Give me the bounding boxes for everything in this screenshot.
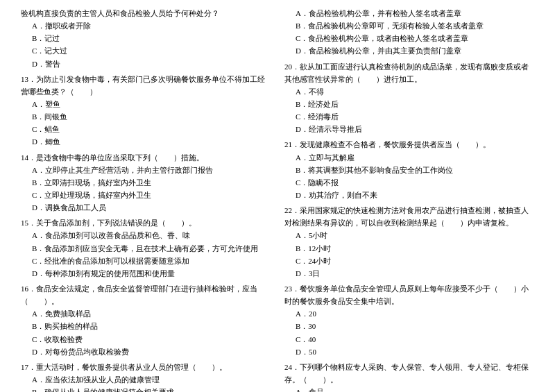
option: A．5小时 [284, 229, 534, 241]
option: A．免费抽取样品 [21, 307, 271, 320]
option: C．隐瞒不报 [284, 176, 534, 189]
option: A．不得 [284, 85, 534, 98]
question-22-text: 22．采用国家规定的快速检测方法对食用农产品进行抽查检测，被抽查人对检测结果有异… [284, 204, 534, 229]
option: A．撤职或者开除 [21, 19, 271, 32]
question-22: 22．采用国家规定的快速检测方法对食用农产品进行抽查检测，被抽查人对检测结果有异… [284, 204, 534, 280]
option: B．确保从业人员的健康状况符合相关要求 [21, 386, 271, 392]
option: D．每种添加剂有规定的使用范围和使用量 [21, 267, 271, 280]
option: B．间银鱼 [21, 110, 271, 123]
question-13-text: 13．为防止引发食物中毒，有关部门已多次明确餐饮服务单位不得加工经营哪些鱼类？（… [21, 73, 271, 98]
option: B．食品检验机构公章即可，无须有检验人签名或者盖章 [284, 19, 534, 32]
option: B．立即清扫现场，搞好室内外卫生 [21, 176, 271, 189]
option: A．食品检验机构公章，并有检验人签名或者盖章 [284, 7, 534, 19]
question-17: 17．重大活动时，餐饮服务提供者从业人员的管理（ ）。 A．应当依法加强从业人员… [21, 361, 271, 392]
option: C．24小时 [284, 255, 534, 267]
question-16-text: 16．食品安全法规定，食品安全监督管理部门在进行抽样检验时，应当（ ）。 [21, 282, 271, 307]
option: B．经济处后 [284, 98, 534, 110]
question-23: 23．餐饮服务单位食品安全管理人员原则上每年应接受不少于（ ）小时的餐饮服务食品… [284, 282, 534, 358]
option: D．警告 [21, 58, 271, 70]
question-20-text: 20．欲从加工面应进行认真检查待机制的成品汤菜，发现有腐败变质或者其他感官性状异… [284, 60, 534, 85]
option: C．40 [284, 333, 534, 346]
option: A．食品添加剂可以改善食品品质和色、香、味 [21, 229, 271, 241]
question-21: 21．发现健康检查不合格者，餐饮服务提供者应当（ ）。 A．立即与其解雇 B．将… [284, 138, 534, 201]
option: D．鲫鱼 [21, 135, 271, 148]
option: C．经批准的食品添加剂可以根据需要随意添加 [21, 255, 271, 267]
option: C．立即处理现场，搞好室内外卫生 [21, 189, 271, 201]
question-19-options: A．食品检验机构公章，并有检验人签名或者盖章 B．食品检验机构公章即可，无须有检… [284, 7, 534, 58]
option: B．购买抽检的样品 [21, 320, 271, 332]
option: D．食品检验机构公章，并由其主要负责部门盖章 [284, 44, 534, 57]
option: B．将其调整到其他不影响食品安全的工作岗位 [284, 164, 534, 176]
option: A．应当依法加强从业人员的健康管理 [21, 373, 271, 386]
option: A．20 [284, 307, 534, 320]
question-24-text: 24．下列哪个物料应专人采购、专人保管、专人领用、专人登记、专柜保存。（ ）。 [284, 361, 534, 386]
question-23-text: 23．餐饮服务单位食品安全管理人员原则上每年应接受不少于（ ）小时的餐饮服务食品… [284, 282, 534, 307]
option: D．3日 [284, 267, 534, 280]
option: B．食品添加剂应当安全无毒，且在技术上确有必要，方可允许使用 [21, 242, 271, 255]
option: C．记大过 [21, 44, 271, 57]
option: C．鲳鱼 [21, 123, 271, 135]
question-24: 24．下列哪个物料应专人采购、专人保管、专人领用、专人登记、专柜保存。（ ）。 … [284, 361, 534, 392]
option: C．食品检验机构公章，或者由检验人签名或者盖章 [284, 32, 534, 44]
question-14-text: 14．是违食物中毒的单位应当采取下列（ ）措施。 [21, 151, 271, 164]
option: A．塑鱼 [21, 98, 271, 110]
question-intro: 验机构直接负责的主管人员和食品检验人员给予何种处分？ A．撤职或者开除 B．记过… [21, 7, 271, 70]
option: D．劝其治疗，则自不来 [284, 189, 534, 201]
question-15: 15．关于食品添加剂，下列说法错误的是（ ）。 A．食品添加剂可以改善食品品质和… [21, 216, 271, 280]
option: D．对每份货品均收取检验费 [21, 346, 271, 358]
option: B．30 [284, 320, 534, 332]
question-14: 14．是违食物中毒的单位应当采取下列（ ）措施。 A．立即停止其生产经营活动，并… [21, 151, 271, 214]
question-21-text: 21．发现健康检查不合格者，餐饮服务提供者应当（ ）。 [284, 138, 534, 151]
option: D．经清示导导推后 [284, 123, 534, 135]
option: D．50 [284, 346, 534, 358]
option: C．经消毒后 [284, 110, 534, 123]
left-column: 验机构直接负责的主管人员和食品检验人员给予何种处分？ A．撤职或者开除 B．记过… [21, 7, 271, 392]
option: A．食品 [284, 386, 534, 392]
option: C．收取检验费 [21, 333, 271, 346]
question-17-text: 17．重大活动时，餐饮服务提供者从业人员的管理（ ）。 [21, 361, 271, 373]
option: D．调换食品加工人员 [21, 201, 271, 214]
option: B．12小时 [284, 242, 534, 255]
option: B．记过 [21, 32, 271, 44]
question-16: 16．食品安全法规定，食品安全监督管理部门在进行抽样检验时，应当（ ）。 A．免… [21, 282, 271, 358]
question-20: 20．欲从加工面应进行认真检查待机制的成品汤菜，发现有腐败变质或者其他感官性状异… [284, 60, 534, 136]
question-13: 13．为防止引发食物中毒，有关部门已多次明确餐饮服务单位不得加工经营哪些鱼类？（… [21, 73, 271, 148]
question-intro-text: 验机构直接负责的主管人员和食品检验人员给予何种处分？ [21, 7, 271, 19]
option: A．立即停止其生产经营活动，并向主管行政部门报告 [21, 164, 271, 176]
option: A．立即与其解雇 [284, 151, 534, 164]
right-column: A．食品检验机构公章，并有检验人签名或者盖章 B．食品检验机构公章即可，无须有检… [284, 7, 534, 392]
question-15-text: 15．关于食品添加剂，下列说法错误的是（ ）。 [21, 216, 271, 229]
